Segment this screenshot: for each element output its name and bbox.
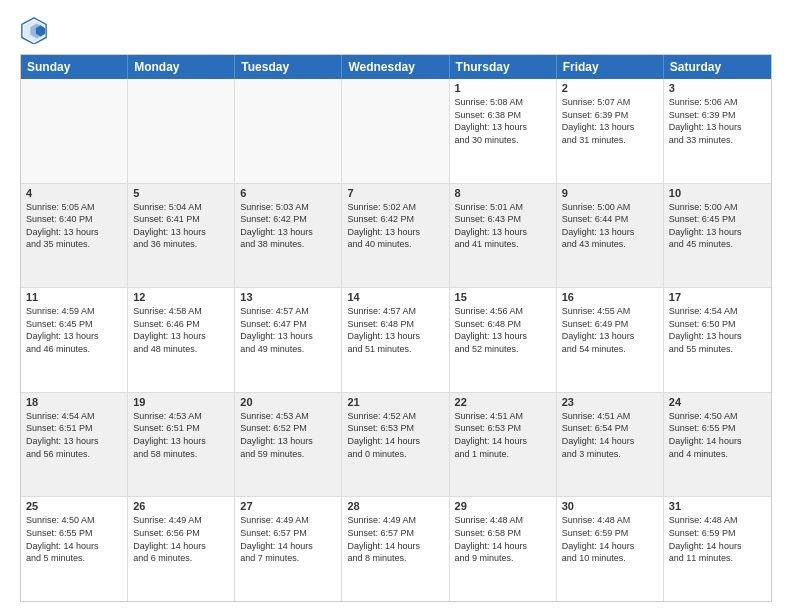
cell-info: Sunrise: 5:04 AM Sunset: 6:41 PM Dayligh…: [133, 201, 229, 251]
calendar-cell: 6Sunrise: 5:03 AM Sunset: 6:42 PM Daylig…: [235, 184, 342, 288]
day-number: 4: [26, 187, 122, 199]
cell-info: Sunrise: 4:50 AM Sunset: 6:55 PM Dayligh…: [26, 514, 122, 564]
calendar-body: 1Sunrise: 5:08 AM Sunset: 6:38 PM Daylig…: [21, 79, 771, 601]
calendar-cell: 9Sunrise: 5:00 AM Sunset: 6:44 PM Daylig…: [557, 184, 664, 288]
cell-info: Sunrise: 4:51 AM Sunset: 6:54 PM Dayligh…: [562, 410, 658, 460]
calendar-cell: 19Sunrise: 4:53 AM Sunset: 6:51 PM Dayli…: [128, 393, 235, 497]
calendar-row: 25Sunrise: 4:50 AM Sunset: 6:55 PM Dayli…: [21, 496, 771, 601]
calendar-cell: 10Sunrise: 5:00 AM Sunset: 6:45 PM Dayli…: [664, 184, 771, 288]
day-number: 23: [562, 396, 658, 408]
cell-info: Sunrise: 4:59 AM Sunset: 6:45 PM Dayligh…: [26, 305, 122, 355]
calendar-row: 11Sunrise: 4:59 AM Sunset: 6:45 PM Dayli…: [21, 287, 771, 392]
calendar-cell: 24Sunrise: 4:50 AM Sunset: 6:55 PM Dayli…: [664, 393, 771, 497]
cell-info: Sunrise: 5:06 AM Sunset: 6:39 PM Dayligh…: [669, 96, 766, 146]
calendar-cell: 31Sunrise: 4:48 AM Sunset: 6:59 PM Dayli…: [664, 497, 771, 601]
day-number: 31: [669, 500, 766, 512]
day-number: 26: [133, 500, 229, 512]
day-number: 6: [240, 187, 336, 199]
cell-info: Sunrise: 4:51 AM Sunset: 6:53 PM Dayligh…: [455, 410, 551, 460]
calendar-header-day: Sunday: [21, 55, 128, 79]
day-number: 20: [240, 396, 336, 408]
cell-info: Sunrise: 4:56 AM Sunset: 6:48 PM Dayligh…: [455, 305, 551, 355]
calendar-cell: 8Sunrise: 5:01 AM Sunset: 6:43 PM Daylig…: [450, 184, 557, 288]
calendar-cell: 23Sunrise: 4:51 AM Sunset: 6:54 PM Dayli…: [557, 393, 664, 497]
day-number: 3: [669, 82, 766, 94]
calendar-cell: 17Sunrise: 4:54 AM Sunset: 6:50 PM Dayli…: [664, 288, 771, 392]
day-number: 8: [455, 187, 551, 199]
cell-info: Sunrise: 4:57 AM Sunset: 6:48 PM Dayligh…: [347, 305, 443, 355]
day-number: 10: [669, 187, 766, 199]
day-number: 24: [669, 396, 766, 408]
calendar-cell: [128, 79, 235, 183]
day-number: 2: [562, 82, 658, 94]
cell-info: Sunrise: 4:48 AM Sunset: 6:58 PM Dayligh…: [455, 514, 551, 564]
day-number: 27: [240, 500, 336, 512]
day-number: 9: [562, 187, 658, 199]
calendar-row: 18Sunrise: 4:54 AM Sunset: 6:51 PM Dayli…: [21, 392, 771, 497]
cell-info: Sunrise: 5:03 AM Sunset: 6:42 PM Dayligh…: [240, 201, 336, 251]
day-number: 18: [26, 396, 122, 408]
calendar-cell: 20Sunrise: 4:53 AM Sunset: 6:52 PM Dayli…: [235, 393, 342, 497]
calendar-cell: 27Sunrise: 4:49 AM Sunset: 6:57 PM Dayli…: [235, 497, 342, 601]
day-number: 28: [347, 500, 443, 512]
cell-info: Sunrise: 4:53 AM Sunset: 6:52 PM Dayligh…: [240, 410, 336, 460]
day-number: 7: [347, 187, 443, 199]
day-number: 16: [562, 291, 658, 303]
day-number: 13: [240, 291, 336, 303]
calendar-cell: 11Sunrise: 4:59 AM Sunset: 6:45 PM Dayli…: [21, 288, 128, 392]
logo: [20, 16, 52, 44]
day-number: 1: [455, 82, 551, 94]
cell-info: Sunrise: 4:49 AM Sunset: 6:57 PM Dayligh…: [347, 514, 443, 564]
calendar-cell: 14Sunrise: 4:57 AM Sunset: 6:48 PM Dayli…: [342, 288, 449, 392]
cell-info: Sunrise: 4:54 AM Sunset: 6:51 PM Dayligh…: [26, 410, 122, 460]
calendar-cell: 16Sunrise: 4:55 AM Sunset: 6:49 PM Dayli…: [557, 288, 664, 392]
cell-info: Sunrise: 4:53 AM Sunset: 6:51 PM Dayligh…: [133, 410, 229, 460]
calendar-cell: 28Sunrise: 4:49 AM Sunset: 6:57 PM Dayli…: [342, 497, 449, 601]
cell-info: Sunrise: 5:01 AM Sunset: 6:43 PM Dayligh…: [455, 201, 551, 251]
day-number: 29: [455, 500, 551, 512]
calendar-header-day: Monday: [128, 55, 235, 79]
cell-info: Sunrise: 4:50 AM Sunset: 6:55 PM Dayligh…: [669, 410, 766, 460]
calendar-cell: 3Sunrise: 5:06 AM Sunset: 6:39 PM Daylig…: [664, 79, 771, 183]
calendar-cell: 29Sunrise: 4:48 AM Sunset: 6:58 PM Dayli…: [450, 497, 557, 601]
calendar-cell: 18Sunrise: 4:54 AM Sunset: 6:51 PM Dayli…: [21, 393, 128, 497]
day-number: 25: [26, 500, 122, 512]
cell-info: Sunrise: 5:07 AM Sunset: 6:39 PM Dayligh…: [562, 96, 658, 146]
cell-info: Sunrise: 4:55 AM Sunset: 6:49 PM Dayligh…: [562, 305, 658, 355]
cell-info: Sunrise: 5:05 AM Sunset: 6:40 PM Dayligh…: [26, 201, 122, 251]
calendar-cell: 25Sunrise: 4:50 AM Sunset: 6:55 PM Dayli…: [21, 497, 128, 601]
day-number: 22: [455, 396, 551, 408]
calendar-row: 4Sunrise: 5:05 AM Sunset: 6:40 PM Daylig…: [21, 183, 771, 288]
calendar-cell: 7Sunrise: 5:02 AM Sunset: 6:42 PM Daylig…: [342, 184, 449, 288]
cell-info: Sunrise: 5:00 AM Sunset: 6:44 PM Dayligh…: [562, 201, 658, 251]
day-number: 14: [347, 291, 443, 303]
calendar-cell: 15Sunrise: 4:56 AM Sunset: 6:48 PM Dayli…: [450, 288, 557, 392]
calendar-cell: 21Sunrise: 4:52 AM Sunset: 6:53 PM Dayli…: [342, 393, 449, 497]
day-number: 15: [455, 291, 551, 303]
cell-info: Sunrise: 4:58 AM Sunset: 6:46 PM Dayligh…: [133, 305, 229, 355]
calendar-cell: 22Sunrise: 4:51 AM Sunset: 6:53 PM Dayli…: [450, 393, 557, 497]
calendar-cell: 26Sunrise: 4:49 AM Sunset: 6:56 PM Dayli…: [128, 497, 235, 601]
cell-info: Sunrise: 4:49 AM Sunset: 6:56 PM Dayligh…: [133, 514, 229, 564]
calendar-header: SundayMondayTuesdayWednesdayThursdayFrid…: [21, 55, 771, 79]
header: [20, 16, 772, 44]
calendar-header-day: Saturday: [664, 55, 771, 79]
calendar-cell: 1Sunrise: 5:08 AM Sunset: 6:38 PM Daylig…: [450, 79, 557, 183]
calendar-cell: 12Sunrise: 4:58 AM Sunset: 6:46 PM Dayli…: [128, 288, 235, 392]
calendar-cell: [342, 79, 449, 183]
calendar-cell: [21, 79, 128, 183]
logo-icon: [20, 16, 48, 44]
day-number: 17: [669, 291, 766, 303]
day-number: 19: [133, 396, 229, 408]
calendar-cell: 2Sunrise: 5:07 AM Sunset: 6:39 PM Daylig…: [557, 79, 664, 183]
calendar-cell: 4Sunrise: 5:05 AM Sunset: 6:40 PM Daylig…: [21, 184, 128, 288]
day-number: 30: [562, 500, 658, 512]
cell-info: Sunrise: 4:52 AM Sunset: 6:53 PM Dayligh…: [347, 410, 443, 460]
day-number: 12: [133, 291, 229, 303]
calendar-cell: 13Sunrise: 4:57 AM Sunset: 6:47 PM Dayli…: [235, 288, 342, 392]
calendar-header-day: Thursday: [450, 55, 557, 79]
cell-info: Sunrise: 4:57 AM Sunset: 6:47 PM Dayligh…: [240, 305, 336, 355]
calendar-cell: 5Sunrise: 5:04 AM Sunset: 6:41 PM Daylig…: [128, 184, 235, 288]
cell-info: Sunrise: 5:08 AM Sunset: 6:38 PM Dayligh…: [455, 96, 551, 146]
cell-info: Sunrise: 4:48 AM Sunset: 6:59 PM Dayligh…: [562, 514, 658, 564]
